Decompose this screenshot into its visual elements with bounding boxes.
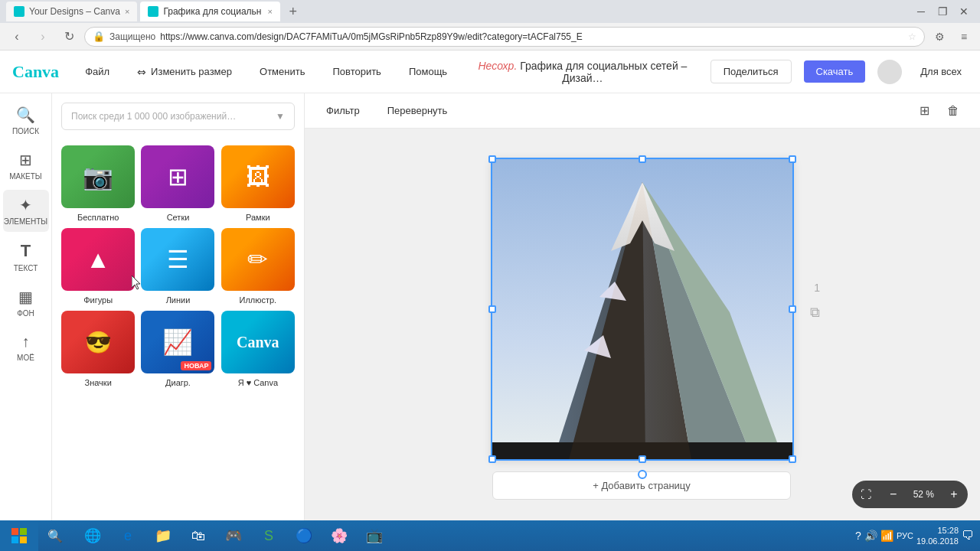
menu-undo[interactable]: Отменить [252,61,312,82]
label-icons: Значки [85,378,112,387]
svg-rect-12 [11,536,18,543]
thumb-charts: 📈 НОВАР [141,311,214,373]
new-tab-button[interactable]: + [283,2,303,21]
download-button[interactable]: Скачать [804,60,866,83]
frames-thumb-icon: 🖼 [246,163,270,191]
label-free: Бесплатно [77,213,119,222]
sidebar-item-layouts[interactable]: ⊞ МАКЕТЫ [3,145,49,187]
search-icon: 🔍 [16,106,35,124]
canva-logo: Canva [12,62,59,82]
panel-search-area: Поиск среди 1 000 000 изображений… ▼ [52,93,304,139]
grid-item-grids[interactable]: ⊞ Сетки [141,145,214,222]
tab-2[interactable]: Графика для социальн… × [140,2,279,21]
menu-resize[interactable]: ⇔ Изменить размер [129,61,240,83]
tab-close-1[interactable]: × [125,7,129,16]
menu-file[interactable]: Файл [77,61,117,82]
tray-sound[interactable]: 🔊 [864,530,877,542]
delete-icon[interactable]: 🗑 [942,99,965,122]
sidebar-item-background-label: ФОН [17,309,34,318]
tray-help[interactable]: ? [855,530,861,542]
sidebar-item-search[interactable]: 🔍 ПОИСК [3,99,49,142]
taskbar-app4[interactable]: 🌸 [322,520,356,551]
main-content: 🔍 ПОИСК ⊞ МАКЕТЫ ✦ ЭЛЕМЕНТЫ T ТЕКСТ ▦ [0,93,980,520]
tab-favicon-1 [14,6,24,17]
taskbar-ie[interactable]: 🌐 [76,520,109,551]
browser-window: Your Designs – Canva × Графика для социа… [0,0,980,520]
extensions-icon[interactable]: ⚙ [929,27,949,47]
taskbar-app2[interactable]: 🎮 [217,520,250,551]
taskbar-explorer[interactable]: 📁 [146,520,180,551]
menu-icon[interactable]: ≡ [954,27,974,47]
charts-thumb-icon: 📈 [162,328,193,357]
grid-item-shapes[interactable]: ▲ Фигуры [61,228,135,305]
canvas-frame-wrapper: 1 ⧉ [492,159,792,500]
tab-2-label: Графика для социальн… [163,6,263,17]
address-bar-input[interactable]: 🔒 Защищено https://www.canva.com/design/… [84,27,925,47]
page-number: 1 [814,282,820,294]
menu-help[interactable]: Помощь [401,61,455,82]
lines-thumb-icon: ☰ [167,245,189,274]
sidebar-item-layouts-label: МАКЕТЫ [9,172,41,181]
duplicate-icon[interactable]: ⧉ [810,305,820,321]
canvas-viewport[interactable]: 1 ⧉ [305,129,980,520]
search-taskbar-button[interactable]: 🔍 [38,520,72,551]
sidebar-item-mine[interactable]: ↑ МОЁ [3,327,49,368]
grid-item-lines[interactable]: ☰ Линии [141,228,214,305]
taskbar-store[interactable]: 🛍 [181,520,215,551]
resize-label: Изменить размер [151,66,232,77]
grid-item-icons[interactable]: 😎 Значки [61,311,135,387]
tray-network[interactable]: 📶 [880,530,893,542]
taskbar-app3[interactable]: S [252,520,286,551]
grid-toggle-icon[interactable]: ⊞ [913,99,936,122]
sidebar-item-text[interactable]: T ТЕКСТ [3,235,49,279]
zoom-controls: ⛶ − 52 % + [852,481,968,508]
forward-button[interactable]: › [32,26,54,47]
tab-close-2[interactable]: × [267,7,272,16]
sidebar-item-background[interactable]: ▦ ФОН [3,282,49,324]
notifications-icon[interactable]: 🗨 [962,529,974,543]
elements-icon: ✦ [19,196,32,214]
start-button[interactable] [0,520,38,551]
maximize-button[interactable]: ❐ [933,4,952,19]
canva-brand-thumb: Canva [237,334,279,351]
back-button[interactable]: ‹ [6,26,28,47]
language-indicator[interactable]: РУС [897,531,913,540]
elements-grid: 📷 Бесплатно ⊞ Сетки 🖼 [52,139,304,393]
close-button[interactable]: ✕ [954,4,974,19]
taskbar-edge[interactable]: e [111,520,145,551]
zoom-out-button[interactable]: − [880,481,907,508]
menu-redo[interactable]: Повторить [325,61,388,82]
grid-item-charts[interactable]: 📈 НОВАР Диагр. [141,311,214,387]
grid-item-free[interactable]: 📷 Бесплатно [61,145,135,222]
present-icon[interactable]: ⛶ [852,481,880,508]
tab-1[interactable]: Your Designs – Canva × [6,2,137,21]
share-button[interactable]: Поделиться [710,60,792,83]
sidebar-item-text-label: ТЕКСТ [14,264,38,272]
left-sidebar: 🔍 ПОИСК ⊞ МАКЕТЫ ✦ ЭЛЕМЕНТЫ T ТЕКСТ ▦ [0,93,52,520]
filter-button[interactable]: Фильтр [320,102,366,119]
lock-label: Защищено [109,31,155,42]
resize-icon: ⇔ [137,66,146,78]
taskbar-app5[interactable]: 📺 [358,520,391,551]
tab-1-label: Your Designs – Canva [29,6,120,17]
taskbar-date-value: 19.06.2018 [916,536,959,546]
for-all-button[interactable]: Для всех [914,66,968,77]
sidebar-item-elements[interactable]: ✦ ЭЛЕМЕНТЫ [3,190,49,232]
refresh-button[interactable]: ↻ [58,26,80,47]
canvas-frame[interactable] [492,159,792,459]
tab-favicon-2 [148,6,158,17]
grid-item-illustr[interactable]: ✏ Иллюстр. [221,228,295,305]
taskbar-chrome[interactable]: 🔵 [287,520,321,551]
grid-item-canva[interactable]: Canva Я ♥ Canva [221,311,295,387]
flip-button[interactable]: Перевернуть [381,102,454,119]
add-page-button[interactable]: + Добавить страницу [492,471,791,500]
grid-item-frames[interactable]: 🖼 Рамки [221,145,295,222]
zoom-in-button[interactable]: + [940,481,968,508]
toolbar-right-area: ⊞ 🗑 [913,99,965,122]
app-container: Canva Файл ⇔ Изменить размер Отменить По… [0,51,980,520]
thumb-grids: ⊞ [141,145,214,208]
minimize-button[interactable]: ─ [911,4,931,19]
search-input[interactable]: Поиск среди 1 000 000 изображений… ▼ [61,103,295,130]
taskbar-clock: 15:28 19.06.2018 [916,525,959,547]
addressbar: ‹ › ↻ 🔒 Защищено https://www.canva.com/d… [0,23,980,51]
